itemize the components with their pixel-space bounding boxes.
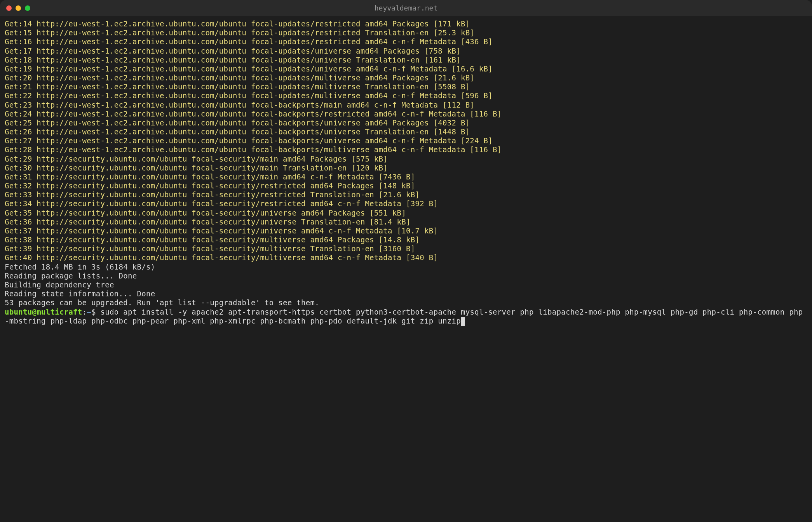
output-line: Get:14 http://eu-west-1.ec2.archive.ubun… — [5, 19, 807, 28]
terminal-status: Fetched 18.4 MB in 3s (6184 kB/s)Reading… — [5, 263, 807, 308]
output-line: Get:37 http://security.ubuntu.com/ubuntu… — [5, 226, 807, 235]
output-line: Get:20 http://eu-west-1.ec2.archive.ubun… — [5, 73, 807, 82]
output-line: Get:36 http://security.ubuntu.com/ubuntu… — [5, 218, 807, 226]
command-text: sudo apt install -y apache2 apt-transpor… — [5, 308, 803, 325]
output-line: Get:26 http://eu-west-1.ec2.archive.ubun… — [5, 127, 807, 136]
prompt-line[interactable]: ubuntu@multicraft:~$ sudo apt install -y… — [5, 308, 807, 325]
prompt-at: @ — [32, 308, 37, 316]
terminal-body[interactable]: Get:14 http://eu-west-1.ec2.archive.ubun… — [0, 16, 812, 329]
cursor-icon — [461, 317, 465, 326]
output-line: Get:34 http://security.ubuntu.com/ubuntu… — [5, 199, 807, 208]
output-line: Get:22 http://eu-west-1.ec2.archive.ubun… — [5, 91, 807, 100]
terminal-output: Get:14 http://eu-west-1.ec2.archive.ubun… — [5, 19, 807, 263]
output-line: Get:29 http://security.ubuntu.com/ubuntu… — [5, 155, 807, 164]
output-line: Get:31 http://security.ubuntu.com/ubuntu… — [5, 172, 807, 181]
output-line: Get:17 http://eu-west-1.ec2.archive.ubun… — [5, 47, 807, 56]
output-line: Get:39 http://security.ubuntu.com/ubuntu… — [5, 244, 807, 253]
output-line: Get:25 http://eu-west-1.ec2.archive.ubun… — [5, 118, 807, 127]
output-line: Get:19 http://eu-west-1.ec2.archive.ubun… — [5, 64, 807, 73]
titlebar: heyvaldemar.net — [0, 0, 812, 16]
output-line: Get:21 http://eu-west-1.ec2.archive.ubun… — [5, 82, 807, 91]
status-line: Fetched 18.4 MB in 3s (6184 kB/s) — [5, 263, 807, 271]
output-line: Get:23 http://eu-west-1.ec2.archive.ubun… — [5, 101, 807, 110]
output-line: Get:24 http://eu-west-1.ec2.archive.ubun… — [5, 110, 807, 118]
output-line: Get:38 http://security.ubuntu.com/ubuntu… — [5, 235, 807, 244]
prompt-colon: : — [82, 308, 87, 316]
minimize-icon[interactable] — [16, 5, 21, 11]
output-line: Get:27 http://eu-west-1.ec2.archive.ubun… — [5, 136, 807, 145]
prompt-user: ubuntu — [5, 308, 32, 316]
prompt-host: multicraft — [37, 308, 82, 316]
close-icon[interactable] — [6, 5, 12, 11]
output-line: Get:33 http://security.ubuntu.com/ubuntu… — [5, 190, 807, 199]
status-line: Building dependency tree — [5, 280, 807, 289]
prompt-dollar: $ — [91, 308, 96, 316]
window-title: heyvaldemar.net — [375, 4, 438, 12]
prompt-path: ~ — [87, 308, 91, 316]
traffic-lights — [6, 5, 30, 11]
output-line: Get:18 http://eu-west-1.ec2.archive.ubun… — [5, 56, 807, 64]
status-line: Reading state information... Done — [5, 289, 807, 298]
output-line: Get:35 http://security.ubuntu.com/ubuntu… — [5, 209, 807, 218]
output-line: Get:16 http://eu-west-1.ec2.archive.ubun… — [5, 37, 807, 46]
output-line: Get:40 http://security.ubuntu.com/ubuntu… — [5, 253, 807, 262]
status-line: Reading package lists... Done — [5, 271, 807, 280]
output-line: Get:32 http://security.ubuntu.com/ubuntu… — [5, 181, 807, 190]
output-line: Get:28 http://eu-west-1.ec2.archive.ubun… — [5, 145, 807, 154]
output-line: Get:15 http://eu-west-1.ec2.archive.ubun… — [5, 28, 807, 37]
output-line: Get:30 http://security.ubuntu.com/ubuntu… — [5, 164, 807, 172]
status-line: 53 packages can be upgraded. Run 'apt li… — [5, 298, 807, 307]
zoom-icon[interactable] — [25, 5, 30, 11]
